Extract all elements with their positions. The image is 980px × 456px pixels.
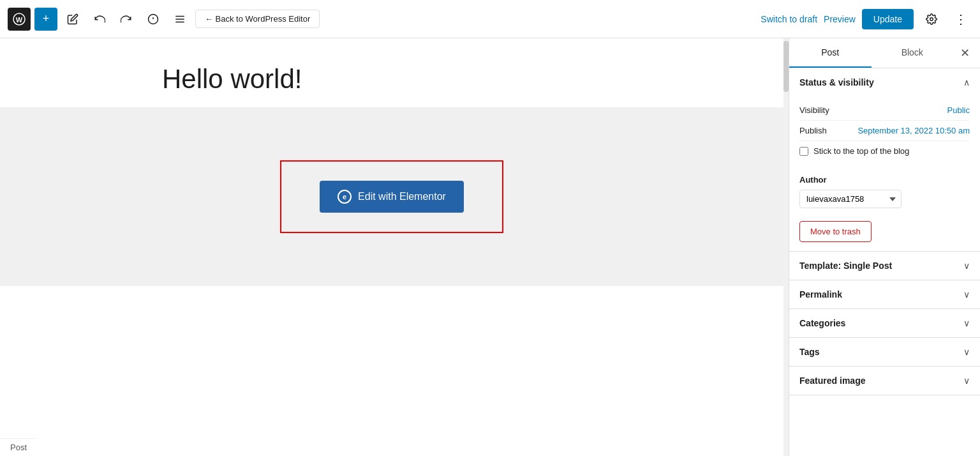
permalink-chevron: ∨ — [963, 289, 970, 300]
author-label: Author — [799, 175, 970, 185]
permalink-section: Permalink ∨ — [789, 280, 980, 309]
close-sidebar-button[interactable]: ✕ — [953, 42, 976, 65]
publish-row: Publish September 13, 2022 10:50 am — [799, 121, 970, 141]
edit-elementor-label: Edit with Elementor — [358, 191, 446, 202]
template-section: Template: Single Post ∨ — [789, 252, 980, 280]
categories-header[interactable]: Categories ∨ — [789, 309, 980, 337]
add-block-button[interactable]: + — [34, 8, 57, 31]
status-visibility-header[interactable]: Status & visibility ∧ — [789, 68, 980, 96]
sticky-checkbox[interactable] — [799, 147, 808, 156]
back-to-wp-button[interactable]: ← Back to WordPress Editor — [195, 10, 320, 28]
info-button[interactable] — [142, 8, 165, 31]
edit-with-elementor-button[interactable]: e Edit with Elementor — [320, 181, 464, 213]
tags-chevron: ∨ — [963, 347, 970, 357]
featured-image-title: Featured image — [799, 376, 865, 386]
status-visibility-title: Status & visibility — [799, 77, 874, 87]
content-area: e Edit with Elementor — [0, 107, 783, 286]
template-header[interactable]: Template: Single Post ∨ — [789, 252, 980, 280]
status-visibility-section: Status & visibility ∧ Visibility Public … — [789, 68, 980, 252]
below-content — [0, 286, 783, 456]
preview-button[interactable]: Preview — [824, 14, 856, 24]
main-scrollbar[interactable] — [783, 38, 789, 456]
tab-block[interactable]: Block — [872, 38, 954, 68]
redo-button[interactable] — [115, 8, 138, 31]
author-select[interactable]: luievaxava1758 — [799, 190, 902, 208]
edit-mode-button[interactable] — [61, 8, 84, 31]
visibility-value[interactable]: Public — [947, 105, 970, 115]
undo-button[interactable] — [88, 8, 111, 31]
settings-button[interactable] — [920, 8, 943, 31]
wp-logo: W — [8, 8, 31, 31]
toolbar-right: Switch to draft Preview Update ⋮ — [761, 8, 972, 31]
switch-to-draft-button[interactable]: Switch to draft — [761, 14, 817, 24]
template-title: Template: Single Post — [799, 261, 892, 271]
move-to-trash-button[interactable]: Move to trash — [799, 221, 872, 242]
categories-chevron: ∨ — [963, 318, 970, 328]
template-chevron: ∨ — [963, 261, 970, 271]
svg-point-8 — [930, 17, 933, 20]
elementor-icon: e — [338, 190, 352, 204]
publish-label: Publish — [799, 126, 827, 135]
tags-title: Tags — [799, 347, 820, 357]
featured-image-section: Featured image ∨ — [789, 367, 980, 395]
categories-title: Categories — [799, 318, 845, 328]
author-section: Author luievaxava1758 — [789, 171, 980, 218]
featured-image-header[interactable]: Featured image ∨ — [789, 367, 980, 395]
publish-value[interactable]: September 13, 2022 10:50 am — [858, 126, 970, 135]
featured-image-chevron: ∨ — [963, 376, 970, 386]
permalink-header[interactable]: Permalink ∨ — [789, 280, 980, 308]
status-visibility-chevron: ∧ — [963, 77, 970, 87]
elementor-block: e Edit with Elementor — [280, 160, 503, 233]
tab-post[interactable]: Post — [789, 38, 872, 68]
status-bar-label: Post — [10, 443, 27, 452]
sidebar-header: Post Block ✕ — [789, 38, 980, 68]
update-button[interactable]: Update — [862, 9, 914, 29]
status-bar: Post — [0, 438, 37, 456]
main-layout: Hello world! e Edit with Elementor Post … — [0, 38, 980, 456]
sidebar-scroll[interactable]: Status & visibility ∧ Visibility Public … — [789, 68, 980, 456]
sticky-label: Stick to the top of the blog — [813, 146, 909, 156]
sticky-row: Stick to the top of the blog — [799, 141, 970, 161]
visibility-label: Visibility — [799, 105, 829, 115]
more-options-button[interactable]: ⋮ — [949, 8, 972, 31]
post-title: Hello world! — [137, 38, 647, 107]
svg-text:W: W — [16, 16, 23, 24]
editor-area: Hello world! e Edit with Elementor — [0, 38, 783, 456]
tags-header[interactable]: Tags ∨ — [789, 338, 980, 366]
tags-section: Tags ∨ — [789, 338, 980, 367]
sidebar: Post Block ✕ Status & visibility ∧ Visib… — [789, 38, 980, 456]
visibility-row: Visibility Public — [799, 100, 970, 121]
categories-section: Categories ∨ — [789, 309, 980, 338]
main-scrollbar-thumb — [783, 41, 789, 92]
status-visibility-content: Visibility Public Publish September 13, … — [789, 96, 980, 171]
list-view-button[interactable] — [168, 8, 191, 31]
toolbar: W + ← Back to WordPress Editor Switch to… — [0, 0, 980, 38]
permalink-title: Permalink — [799, 289, 842, 300]
